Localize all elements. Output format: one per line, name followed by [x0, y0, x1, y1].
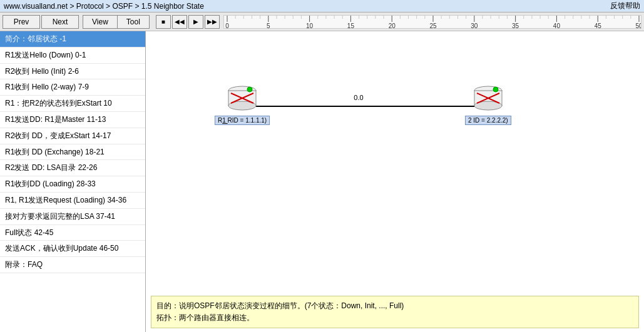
svg-text:30: 30	[471, 23, 478, 28]
svg-text:15: 15	[347, 23, 355, 28]
svg-text:35: 35	[512, 23, 519, 28]
router-r2-icon	[472, 84, 504, 114]
sidebar-item-step14[interactable]: 附录：FAQ	[0, 257, 145, 273]
main-area: 简介：邻居状态 -1R1发送Hello (Down) 0-1R2收到 Hello…	[0, 31, 644, 332]
rewind-icon: ◀◀	[175, 18, 185, 25]
description-box: 目的：说明OSPF邻居状态演变过程的细节。(7个状态：Down, Init, .…	[151, 296, 639, 328]
svg-text:0: 0	[225, 23, 229, 28]
svg-text:45: 45	[594, 23, 601, 28]
sidebar-item-step3[interactable]: R1收到 Hello (2-way) 7-9	[0, 79, 145, 96]
stop-button[interactable]: ■	[156, 15, 171, 29]
sidebar-item-step7[interactable]: R1收到 DD (Exchange) 18-21	[0, 144, 145, 161]
svg-point-69	[247, 87, 252, 92]
sidebar-item-step9[interactable]: R1收到DD (Loading) 28-33	[0, 176, 145, 193]
router-r2-label: 2 ID = 2.2.2.2)	[465, 116, 511, 125]
description-line1: 目的：说明OSPF邻居状态演变过程的细节。(7个状态：Down, Init, .…	[156, 300, 633, 312]
description-line2: 拓扑：两个路由器直接相连。	[156, 312, 633, 324]
content-area: 0.0 R1 RID = 1.1.1.1)	[146, 31, 644, 332]
prev-button[interactable]: Prev	[3, 15, 40, 29]
view-button[interactable]: View	[83, 16, 118, 28]
sidebar-item-step13[interactable]: 发送ACK，确认收到Update 46-50	[0, 241, 145, 257]
diagram-area: 0.0 R1 RID = 1.1.1.1)	[146, 31, 644, 292]
svg-text:5: 5	[267, 23, 270, 28]
playback-controls: ■ ◀◀ ▶ ▶▶	[156, 15, 220, 29]
timeline-ruler[interactable]: 05101520253035404550	[223, 15, 641, 29]
sidebar-item-step8[interactable]: R2发送 DD: LSA目录 22-26	[0, 160, 145, 176]
play-icon: ▶	[193, 18, 198, 25]
sidebar-item-step5[interactable]: R1发送DD: R1是Master 11-13	[0, 112, 145, 128]
svg-text:10: 10	[306, 23, 314, 28]
stop-icon: ■	[161, 18, 165, 25]
svg-text:50: 50	[635, 23, 641, 28]
sidebar-item-step6[interactable]: R2收到 DD，变成ExStart 14-17	[0, 128, 145, 144]
view-tool-group: View Tool	[83, 15, 150, 29]
sidebar-item-step4[interactable]: R1：把R2的状态转到ExStart 10	[0, 96, 145, 112]
sidebar-item-intro[interactable]: 简介：邻居状态 -1	[0, 31, 145, 48]
sidebar-item-step1[interactable]: R1发送Hello (Down) 0-1	[0, 48, 145, 64]
rewind-button[interactable]: ◀◀	[172, 15, 187, 29]
feedback-link[interactable]: 反馈帮助	[610, 1, 640, 11]
fast-forward-button[interactable]: ▶▶	[205, 15, 220, 29]
router-r1-label: R1 RID = 1.1.1.1)	[215, 116, 270, 125]
svg-point-75	[493, 87, 498, 92]
sidebar[interactable]: 简介：邻居状态 -1R1发送Hello (Down) 0-1R2收到 Hello…	[0, 31, 146, 332]
next-button[interactable]: Next	[41, 15, 79, 29]
play-button[interactable]: ▶	[188, 15, 203, 29]
router-r2: 2 ID = 2.2.2.2)	[465, 84, 511, 125]
control-bar: Prev Next View Tool ■ ◀◀ ▶ ▶▶ 0510152025…	[0, 13, 644, 31]
top-bar: www.visualland.net > Protocol > OSPF > 1…	[0, 0, 644, 13]
fast-forward-icon: ▶▶	[207, 18, 217, 25]
timeline-svg: 05101520253035404550	[224, 16, 641, 28]
sidebar-item-step12[interactable]: Full状态 42-45	[0, 225, 145, 241]
svg-text:40: 40	[553, 23, 561, 28]
svg-text:25: 25	[429, 23, 437, 28]
sidebar-item-step2[interactable]: R2收到 Hello (Init) 2-6	[0, 64, 145, 80]
tool-button[interactable]: Tool	[118, 16, 149, 28]
connection-svg: 0.0	[146, 31, 644, 292]
sidebar-item-step10[interactable]: R1, R1发送Request (Loading) 34-36	[0, 193, 145, 209]
sidebar-item-step11[interactable]: 接对方要求返回完整的LSA 37-41	[0, 209, 145, 225]
router-r1-icon	[226, 84, 258, 114]
breadcrumb: www.visualland.net > Protocol > OSPF > 1…	[4, 2, 204, 11]
svg-text:20: 20	[388, 23, 396, 28]
svg-text:0.0: 0.0	[354, 94, 363, 101]
router-r1: R1 RID = 1.1.1.1)	[215, 84, 270, 125]
